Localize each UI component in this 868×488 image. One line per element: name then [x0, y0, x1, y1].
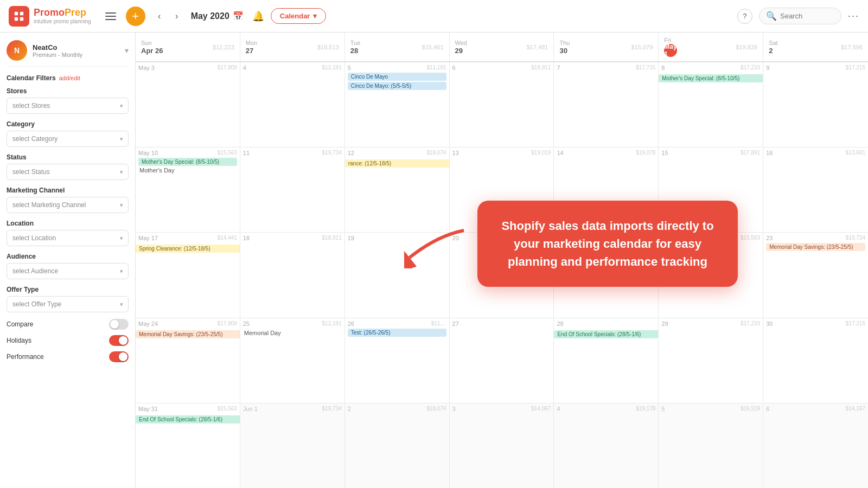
cinco-mayo-holiday[interactable]: Cinco De Mayo: [348, 73, 446, 81]
holidays-label: Holidays: [7, 337, 105, 344]
mothers-day-holiday: Mother's Day: [138, 167, 237, 174]
end-of-school-start[interactable]: End Of School Specials: (28/5-1/6): [554, 330, 659, 338]
help-button[interactable]: ?: [737, 9, 752, 24]
stores-label: Stores: [7, 87, 129, 95]
day-may11: 11$19,734: [240, 147, 345, 232]
header-sat: Sat 2 $17,596: [763, 33, 868, 61]
account-row: N NeatCo Premium - Monthly ▾: [7, 33, 129, 67]
account-name: NeatCo: [33, 43, 119, 52]
stores-filter: Stores select Stores: [7, 87, 129, 114]
current-month: May 2020 📅: [191, 11, 244, 21]
avatar: N: [7, 40, 27, 61]
marketing-select[interactable]: select Marketing Channel: [7, 197, 129, 213]
day-may17: May 17$14,441 Spring Clearance: (12/5-18…: [136, 233, 240, 317]
marketing-label: Marketing Channel: [7, 187, 129, 194]
day-may3: May 3$17,809: [136, 62, 240, 147]
day-jun6: 6$14,167: [763, 403, 868, 488]
offer-filter: Offer Type select Offer Type: [7, 286, 129, 312]
logo-icon: [9, 6, 29, 27]
status-select[interactable]: select Status: [7, 164, 129, 180]
offer-select-wrap: select Offer Type: [7, 296, 129, 312]
prev-month-button[interactable]: ‹: [152, 9, 167, 24]
week-5: May 31$15,563 End Of School Specials: (2…: [136, 403, 868, 488]
account-chevron-icon[interactable]: ▾: [125, 46, 129, 55]
account-info: NeatCo Premium - Monthly: [33, 43, 119, 58]
logo-name: PromoPrep: [34, 8, 91, 18]
header-thu: Thu 30 $15,079: [554, 33, 659, 61]
next-month-button[interactable]: ›: [169, 9, 184, 24]
compare-toggle[interactable]: [109, 319, 129, 330]
performance-toggle[interactable]: [109, 351, 129, 362]
compare-toggle-row: Compare: [7, 319, 129, 330]
spring-clearance-mid[interactable]: rance: (12/5-18/5): [345, 159, 450, 168]
day-may7: 7$17,715: [554, 62, 659, 147]
header-mon: Mon 27 $18,513: [240, 33, 345, 61]
day-may6: 6$18,911: [450, 62, 554, 147]
compare-label: Compare: [7, 320, 105, 328]
main-content: N NeatCo Premium - Monthly ▾ Calendar Fi…: [0, 33, 868, 488]
more-options-button[interactable]: ···: [848, 10, 859, 22]
add-button[interactable]: +: [126, 7, 145, 26]
day-may5: 5$11,181 Cinco De Mayo Cinco De Mayo: (5…: [345, 62, 450, 147]
cinco-mayo-event[interactable]: Cinco De Mayo: (5/5-5/5): [348, 82, 446, 90]
day-may4: 4$12,181: [240, 62, 345, 147]
header-fri: Fri May 1 $19,828: [659, 33, 763, 61]
svg-rect-1: [20, 11, 23, 15]
day-jun1: Jun 1$19,734: [240, 403, 345, 488]
category-select[interactable]: select Category: [7, 131, 129, 147]
search-input[interactable]: [780, 12, 834, 20]
memorial-day-holiday: Memorial Day: [243, 330, 342, 336]
audience-select[interactable]: select Audience: [7, 263, 129, 279]
day-may19: 19: [345, 233, 450, 317]
offer-select[interactable]: select Offer Type: [7, 296, 129, 312]
header-tue: Tue 28 $15,461: [345, 33, 450, 61]
header-wed: Wed 29 $17,481: [450, 33, 554, 61]
test-event[interactable]: Test: (26/5-26/5): [348, 329, 446, 337]
holidays-toggle-row: Holidays: [7, 335, 129, 346]
day-may9: 9$17,215: [763, 62, 868, 147]
stores-select[interactable]: select Stores: [7, 98, 129, 114]
calendar-icon: 📅: [233, 11, 244, 21]
add-edit-link[interactable]: add/edit: [59, 75, 80, 81]
day-may28: 28 End Of School Specials: (28/5-1/6): [554, 318, 659, 403]
location-select[interactable]: select Location: [7, 230, 129, 246]
memorial-day-savings-mid[interactable]: Memorial Day Savings: (23/5-25/5): [136, 330, 240, 338]
holidays-toggle[interactable]: [109, 335, 129, 346]
status-select-wrap: select Status: [7, 164, 129, 180]
audience-label: Audience: [7, 253, 129, 260]
day-jun3: 3$14,067: [450, 403, 554, 488]
category-select-wrap: select Category: [7, 131, 129, 147]
category-label: Category: [7, 120, 129, 128]
end-of-school-end[interactable]: End Of School Specials: (28/5-1/6): [136, 415, 240, 423]
svg-rect-0: [15, 11, 18, 15]
svg-rect-2: [15, 17, 18, 20]
spring-clearance-start[interactable]: Spring Clearance: (12/5-18/5): [136, 245, 240, 253]
top-nav: PromoPrep intuitive promo planning + ‹ ›…: [0, 0, 868, 33]
header-sun: Sun Apr 26 $12,223: [136, 33, 240, 61]
offer-label: Offer Type: [7, 286, 129, 293]
status-label: Status: [7, 153, 129, 161]
hamburger-menu[interactable]: [102, 8, 119, 25]
day-may16: 16$13,681: [763, 147, 868, 232]
logo-text: PromoPrep intuitive promo planning: [34, 8, 91, 24]
search-box[interactable]: 🔍: [759, 8, 841, 24]
memorial-day-savings-start[interactable]: Memorial Day Savings: (23/5-25/5): [766, 243, 865, 251]
day-jun5: 5$16,519: [659, 403, 763, 488]
logo-tagline: intuitive promo planning: [34, 18, 91, 24]
location-filter: Location select Location: [7, 220, 129, 246]
performance-toggle-row: Performance: [7, 351, 129, 362]
calendar-view-button[interactable]: Calendar ▾: [271, 8, 327, 24]
day-may31: May 31$15,563 End Of School Specials: (2…: [136, 403, 240, 488]
day-may25: 25$12,181 Memorial Day: [240, 318, 345, 403]
notification-bell[interactable]: 🔔: [252, 10, 264, 22]
day-may30: 30$17,215: [763, 318, 868, 403]
day-jun2: 2$18,074: [345, 403, 450, 488]
day-may26: 26$11,... Test: (26/5-26/5): [345, 318, 450, 403]
mothers-day-special-end[interactable]: Mother's Day Special: (8/5-10/5): [138, 158, 237, 166]
audience-select-wrap: select Audience: [7, 263, 129, 279]
location-select-wrap: select Location: [7, 230, 129, 246]
week-4: May 24$17,809 Memorial Day Savings: (23/…: [136, 318, 868, 403]
marketing-select-wrap: select Marketing Channel: [7, 197, 129, 213]
mothers-day-special-start[interactable]: Mother's Day Special: (8/5-10/5): [659, 74, 763, 82]
search-icon: 🔍: [766, 11, 777, 21]
